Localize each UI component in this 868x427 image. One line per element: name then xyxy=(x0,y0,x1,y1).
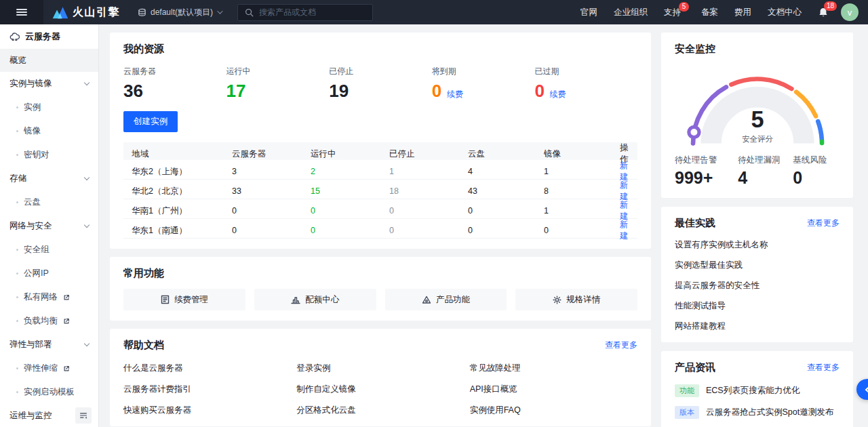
stat-running: 运行中 17 xyxy=(226,66,330,102)
brand-logo[interactable]: 火山引擎 xyxy=(52,5,120,20)
brand-name: 火山引擎 xyxy=(73,5,120,20)
practice-link[interactable]: 提高云服务器的安全性 xyxy=(675,280,840,291)
practice-link[interactable]: 性能测试指导 xyxy=(675,300,840,312)
renew-link[interactable]: 续费 xyxy=(447,89,463,100)
top-navbar: 火山引擎 default(默认项目) 官网 企业组织 支持5 备案 费用 文档中… xyxy=(0,0,868,24)
sidebar-item-images[interactable]: 镜像 xyxy=(0,119,98,143)
chevron-down-icon xyxy=(217,8,222,14)
help-link[interactable]: 登录实例 xyxy=(296,363,464,374)
news-tag-feature: 功能 xyxy=(675,384,699,397)
product-news-more-link[interactable]: 查看更多 xyxy=(807,362,840,373)
sidebar-group-elastic-deploy[interactable]: 弹性与部署 xyxy=(0,333,98,357)
bullet-dot xyxy=(16,249,18,251)
help-link[interactable]: 快速购买云服务器 xyxy=(123,405,291,416)
sidebar: 云服务器 概览 实例与镜像 实例 镜像 密钥对 存储 云盘 网络与安全 安全组 … xyxy=(0,24,99,427)
create-in-region-link[interactable]: 新建 xyxy=(620,219,629,242)
nav-link-icp-filing[interactable]: 备案 xyxy=(701,7,718,18)
practice-link[interactable]: 网站搭建教程 xyxy=(675,321,840,332)
help-link[interactable]: 云服务器计费指引 xyxy=(123,384,291,395)
news-item[interactable]: 版本 云服务器抢占式实例Spot邀测发布 xyxy=(675,406,840,419)
tile-product-features[interactable]: 产品功能 xyxy=(385,289,507,310)
chevron-down-icon xyxy=(84,175,90,180)
security-score-gauge: 5 安全评分 xyxy=(680,60,835,152)
bullet-dot xyxy=(16,201,18,203)
best-practices-card: 最佳实践 查看更多 设置有序实例或主机名称 实例选型最佳实践 提高云服务器的安全… xyxy=(661,207,853,342)
sidebar-group-network-security[interactable]: 网络与安全 xyxy=(0,214,98,238)
sidebar-item-overview[interactable]: 概览 xyxy=(0,49,98,72)
metric-pending-alerts: 待处理告警 999+ xyxy=(675,155,738,188)
product-news-title: 产品资讯 xyxy=(675,361,715,374)
bullet-dot xyxy=(16,272,18,274)
security-score-label: 安全评分 xyxy=(742,135,773,143)
sidebar-item-security-group[interactable]: 安全组 xyxy=(0,238,98,262)
my-resources-title: 我的资源 xyxy=(123,43,637,56)
region-table: 地域云服务器 运行中已停止 云盘镜像 操作 华东2（上海）3 21 41 新建 xyxy=(123,142,637,239)
sidebar-group-instances-images[interactable]: 实例与镜像 xyxy=(0,72,98,96)
security-title: 安全监控 xyxy=(675,43,840,56)
sidebar-item-load-balancer[interactable]: 负载均衡 xyxy=(0,309,98,333)
nav-link-enterprise-org[interactable]: 企业组织 xyxy=(614,7,648,18)
sidebar-item-launch-template[interactable]: 实例启动模板 xyxy=(0,380,98,404)
sidebar-group-storage[interactable]: 存储 xyxy=(0,167,98,190)
help-docs-more-link[interactable]: 查看更多 xyxy=(605,340,637,351)
bullet-dot xyxy=(16,130,18,132)
stat-expired: 已过期 0续费 xyxy=(534,66,637,102)
help-link[interactable]: 什么是云服务器 xyxy=(123,363,291,374)
sidebar-item-cloud-disk[interactable]: 云盘 xyxy=(0,190,98,214)
sidebar-product-header[interactable]: 云服务器 xyxy=(0,24,98,49)
create-instance-button[interactable]: 创建实例 xyxy=(123,111,178,132)
sidebar-product-label: 云服务器 xyxy=(25,30,60,43)
sidebar-collapse-button[interactable] xyxy=(75,407,92,424)
search-icon xyxy=(245,8,254,17)
practice-link[interactable]: 实例选型最佳实践 xyxy=(675,260,840,271)
main-content: 我的资源 云服务器 36 运行中 17 已停止 19 将到期 xyxy=(99,24,868,427)
collapse-sidebar-icon xyxy=(79,411,88,420)
table-row: 华北2（北京）33 1518 438 新建 xyxy=(123,180,637,199)
help-link[interactable]: 常见故障处理 xyxy=(470,363,637,374)
nav-link-doc-center[interactable]: 文档中心 xyxy=(768,7,802,18)
renew-link[interactable]: 续费 xyxy=(550,89,566,100)
tile-renewal-management[interactable]: 续费管理 xyxy=(123,289,245,310)
sidebar-item-public-ip[interactable]: 公网IP xyxy=(0,262,98,285)
news-text: 云服务器抢占式实例Spot邀测发布 xyxy=(706,407,833,418)
sidebar-item-auto-scaling[interactable]: 弹性伸缩 xyxy=(0,357,98,380)
global-search[interactable] xyxy=(237,4,373,21)
help-docs-title: 帮助文档 xyxy=(123,339,164,352)
project-icon xyxy=(138,8,146,17)
help-link[interactable]: 分区格式化云盘 xyxy=(296,405,464,416)
chevron-down-icon xyxy=(84,341,90,346)
news-tag-version: 版本 xyxy=(675,406,699,419)
table-row: 华东2（上海）3 21 41 新建 xyxy=(123,160,637,180)
tile-spec-details[interactable]: 规格详情 xyxy=(515,289,637,310)
metric-baseline-risks: 基线风险 0 xyxy=(793,155,840,188)
practice-link[interactable]: 设置有序实例或主机名称 xyxy=(675,239,840,251)
help-link[interactable]: API接口概览 xyxy=(470,384,637,395)
hamburger-icon xyxy=(16,7,27,17)
notifications-button[interactable]: 18 xyxy=(818,7,829,18)
nav-link-billing[interactable]: 费用 xyxy=(734,7,751,18)
news-item[interactable]: 功能 ECS列表页搜索能力优化 xyxy=(675,384,840,397)
table-row: 华东1（南通）0 00 00 新建 xyxy=(123,219,637,239)
project-selector[interactable]: default(默认项目) xyxy=(138,7,221,18)
gauge-pointer-knob xyxy=(688,127,698,137)
stat-expiring-value: 0 xyxy=(432,81,441,102)
sidebar-item-vpc[interactable]: 私有网络 xyxy=(0,285,98,309)
help-link[interactable]: 实例使用FAQ xyxy=(470,405,637,416)
search-input[interactable] xyxy=(259,7,361,17)
sidebar-item-keypairs[interactable]: 密钥对 xyxy=(0,143,98,167)
prism-icon xyxy=(422,296,431,304)
support-badge: 5 xyxy=(679,2,689,12)
sidebar-item-instances[interactable]: 实例 xyxy=(0,96,98,119)
quota-chart-icon xyxy=(291,296,300,304)
nav-link-support[interactable]: 支持5 xyxy=(664,7,685,18)
stat-total-value: 36 xyxy=(123,81,226,102)
news-text: ECS列表页搜索能力优化 xyxy=(706,385,800,396)
nav-link-official-site[interactable]: 官网 xyxy=(580,7,597,18)
help-link[interactable]: 制作自定义镜像 xyxy=(296,384,464,395)
gear-icon xyxy=(553,296,561,304)
avatar[interactable]: v xyxy=(841,3,859,21)
hamburger-menu-button[interactable] xyxy=(0,0,43,24)
best-practices-more-link[interactable]: 查看更多 xyxy=(807,218,840,229)
tile-quota-center[interactable]: 配额中心 xyxy=(254,289,376,310)
best-practices-title: 最佳实践 xyxy=(675,217,715,230)
